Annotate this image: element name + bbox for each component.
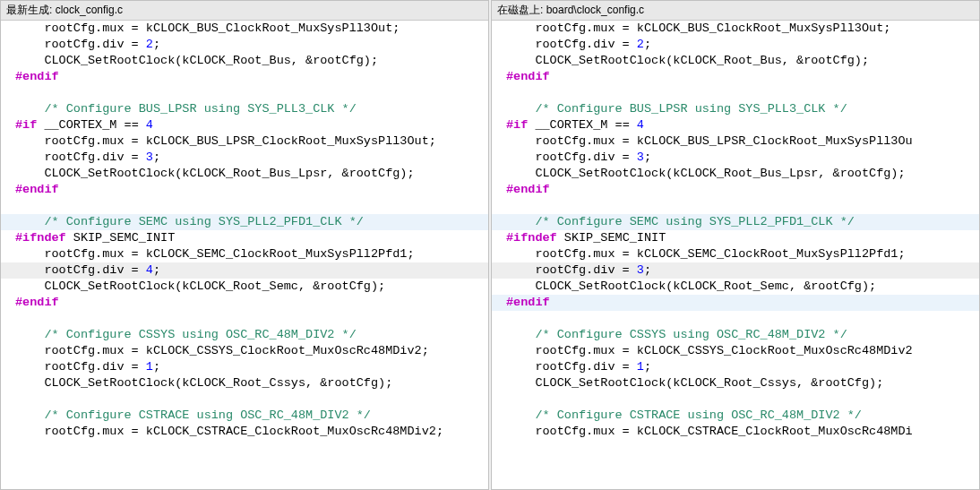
- code-token: /* Configure SEMC using SYS_PLL2_PFD1_CL…: [44, 215, 363, 228]
- code-token: __CORTEX_M ==: [37, 118, 146, 132]
- code-token: CLOCK_SetRootClock(kCLOCK_Root_Bus_Lpsr,…: [44, 167, 414, 180]
- code-token: rootCfg.mux = kCLOCK_BUS_ClockRoot_MuxSy…: [535, 21, 890, 35]
- code-token: CLOCK_SetRootClock(kCLOCK_Root_Bus_Lpsr,…: [535, 167, 905, 180]
- right-code-line[interactable]: /* Configure CSSYS using OSC_RC_48M_DIV2…: [492, 327, 979, 343]
- right-code-line[interactable]: CLOCK_SetRootClock(kCLOCK_Root_Bus, &roo…: [492, 53, 979, 69]
- left-code-line[interactable]: /* Configure CSTRACE using OSC_RC_48M_DI…: [1, 408, 488, 424]
- code-token: #if: [506, 118, 528, 132]
- right-code-line[interactable]: /* Configure SEMC using SYS_PLL2_PFD1_CL…: [492, 214, 979, 230]
- right-code-line[interactable]: rootCfg.mux = kCLOCK_SEMC_ClockRoot_MuxS…: [492, 246, 979, 262]
- code-token: rootCfg.div =: [535, 38, 636, 51]
- left-code-line[interactable]: #endif: [1, 69, 488, 85]
- code-token: rootCfg.div =: [44, 150, 145, 164]
- right-code-line[interactable]: #ifndef SKIP_SEMC_INIT: [492, 230, 979, 246]
- code-token: ;: [153, 360, 160, 374]
- right-code-line[interactable]: /* Configure BUS_LPSR using SYS_PLL3_CLK…: [492, 101, 979, 117]
- right-code-line[interactable]: rootCfg.mux = kCLOCK_CSTRACE_ClockRoot_M…: [492, 424, 979, 440]
- right-code-line[interactable]: [492, 391, 979, 408]
- code-token: CLOCK_SetRootClock(kCLOCK_Root_Bus, &roo…: [535, 54, 869, 67]
- right-code-line[interactable]: rootCfg.div = 2;: [492, 37, 979, 53]
- code-token: rootCfg.mux = kCLOCK_CSSYS_ClockRoot_Mux…: [44, 344, 428, 357]
- code-token: #ifndef: [506, 231, 557, 245]
- code-token: 4: [637, 118, 644, 132]
- code-token: #if: [15, 118, 37, 132]
- left-code-line[interactable]: #endif: [1, 295, 488, 311]
- code-token: __CORTEX_M ==: [528, 118, 637, 132]
- left-code-line[interactable]: rootCfg.div = 2;: [1, 37, 488, 53]
- left-code-line[interactable]: #endif: [1, 182, 488, 198]
- right-code-line[interactable]: /* Configure CSTRACE using OSC_RC_48M_DI…: [492, 408, 979, 424]
- right-code-line[interactable]: #endif: [492, 295, 979, 311]
- left-code-line[interactable]: /* Configure CSSYS using OSC_RC_48M_DIV2…: [1, 327, 488, 343]
- left-code-line[interactable]: #if __CORTEX_M == 4: [1, 117, 488, 133]
- right-code-line[interactable]: rootCfg.mux = kCLOCK_BUS_LPSR_ClockRoot_…: [492, 133, 979, 150]
- left-code-line[interactable]: CLOCK_SetRootClock(kCLOCK_Root_Semc, &ro…: [1, 279, 488, 295]
- code-token: rootCfg.mux = kCLOCK_SEMC_ClockRoot_MuxS…: [535, 247, 905, 261]
- left-pane: 最新生成: clock_config.c rootCfg.mux = kCLOC…: [0, 0, 489, 490]
- code-token: ;: [644, 38, 651, 51]
- left-code-line[interactable]: [1, 391, 488, 408]
- right-code-line[interactable]: CLOCK_SetRootClock(kCLOCK_Root_Bus_Lpsr,…: [492, 166, 979, 182]
- left-code-line[interactable]: rootCfg.mux = kCLOCK_SEMC_ClockRoot_MuxS…: [1, 246, 488, 262]
- left-code-area[interactable]: rootCfg.mux = kCLOCK_BUS_ClockRoot_MuxSy…: [1, 21, 488, 489]
- right-code-line[interactable]: #if __CORTEX_M == 4: [492, 117, 979, 133]
- code-token: #endif: [506, 183, 550, 196]
- code-token: #endif: [15, 70, 59, 83]
- right-code-line[interactable]: rootCfg.div = 1;: [492, 359, 979, 375]
- left-code-line[interactable]: CLOCK_SetRootClock(kCLOCK_Root_Bus, &roo…: [1, 53, 488, 69]
- code-token: rootCfg.mux = kCLOCK_CSSYS_ClockRoot_Mux…: [535, 344, 912, 357]
- code-token: CLOCK_SetRootClock(kCLOCK_Root_Semc, &ro…: [44, 279, 385, 293]
- left-code-line[interactable]: rootCfg.mux = kCLOCK_BUS_LPSR_ClockRoot_…: [1, 133, 488, 150]
- left-code-line[interactable]: CLOCK_SetRootClock(kCLOCK_Root_Cssys, &r…: [1, 375, 488, 391]
- right-header-path: board\clock_config.c: [546, 4, 644, 16]
- left-code-line[interactable]: rootCfg.div = 1;: [1, 359, 488, 375]
- left-code-line[interactable]: [1, 311, 488, 327]
- right-code-line[interactable]: CLOCK_SetRootClock(kCLOCK_Root_Semc, &ro…: [492, 279, 979, 295]
- code-token: ;: [644, 150, 651, 164]
- left-code-line[interactable]: rootCfg.mux = kCLOCK_CSSYS_ClockRoot_Mux…: [1, 343, 488, 359]
- left-code-line[interactable]: /* Configure BUS_LPSR using SYS_PLL3_CLK…: [1, 101, 488, 117]
- left-code-line[interactable]: #ifndef SKIP_SEMC_INIT: [1, 230, 488, 246]
- left-code-line[interactable]: rootCfg.mux = kCLOCK_CSTRACE_ClockRoot_M…: [1, 424, 488, 440]
- code-token: CLOCK_SetRootClock(kCLOCK_Root_Cssys, &r…: [535, 376, 883, 390]
- left-code-line[interactable]: [1, 85, 488, 101]
- right-pane-header: 在磁盘上: board\clock_config.c: [492, 1, 979, 21]
- code-token: ;: [153, 38, 160, 51]
- right-code-line[interactable]: rootCfg.mux = kCLOCK_CSSYS_ClockRoot_Mux…: [492, 343, 979, 359]
- code-token: SKIP_SEMC_INIT: [66, 231, 176, 245]
- left-code-line[interactable]: CLOCK_SetRootClock(kCLOCK_Root_Bus_Lpsr,…: [1, 166, 488, 182]
- code-token: ;: [153, 150, 160, 164]
- left-code-line[interactable]: [1, 198, 488, 214]
- code-token: SKIP_SEMC_INIT: [557, 231, 666, 245]
- right-code-line[interactable]: rootCfg.mux = kCLOCK_BUS_ClockRoot_MuxSy…: [492, 21, 979, 37]
- code-token: /* Configure CSTRACE using OSC_RC_48M_DI…: [44, 408, 371, 422]
- code-token: 2: [146, 38, 153, 51]
- right-code-line[interactable]: [492, 198, 979, 214]
- right-code-line[interactable]: rootCfg.div = 3;: [492, 262, 979, 279]
- code-token: rootCfg.div =: [44, 38, 145, 51]
- right-code-line[interactable]: #endif: [492, 182, 979, 198]
- right-code-area[interactable]: rootCfg.mux = kCLOCK_BUS_ClockRoot_MuxSy…: [492, 21, 979, 489]
- diff-container: 最新生成: clock_config.c rootCfg.mux = kCLOC…: [0, 0, 980, 490]
- right-code-line[interactable]: [492, 85, 979, 101]
- code-token: rootCfg.div =: [535, 150, 636, 164]
- left-code-line[interactable]: rootCfg.div = 4;: [1, 262, 488, 279]
- code-token: CLOCK_SetRootClock(kCLOCK_Root_Cssys, &r…: [44, 376, 392, 390]
- right-code-line[interactable]: [492, 311, 979, 327]
- right-code-line[interactable]: rootCfg.div = 3;: [492, 150, 979, 166]
- code-token: /* Configure BUS_LPSR using SYS_PLL3_CLK…: [535, 102, 847, 116]
- left-code-line[interactable]: /* Configure SEMC using SYS_PLL2_PFD1_CL…: [1, 214, 488, 230]
- code-token: 4: [146, 118, 153, 132]
- code-token: 4: [146, 263, 153, 277]
- left-code-line[interactable]: rootCfg.mux = kCLOCK_BUS_ClockRoot_MuxSy…: [1, 21, 488, 37]
- code-token: 2: [637, 38, 644, 51]
- code-token: rootCfg.div =: [535, 360, 636, 374]
- right-code-line[interactable]: #endif: [492, 69, 979, 85]
- code-token: ;: [153, 263, 160, 277]
- right-header-label: 在磁盘上:: [497, 4, 546, 16]
- code-token: 1: [637, 360, 644, 374]
- left-code-line[interactable]: rootCfg.div = 3;: [1, 150, 488, 166]
- code-token: /* Configure BUS_LPSR using SYS_PLL3_CLK…: [44, 102, 356, 116]
- code-token: CLOCK_SetRootClock(kCLOCK_Root_Bus, &roo…: [44, 54, 378, 67]
- right-code-line[interactable]: CLOCK_SetRootClock(kCLOCK_Root_Cssys, &r…: [492, 375, 979, 391]
